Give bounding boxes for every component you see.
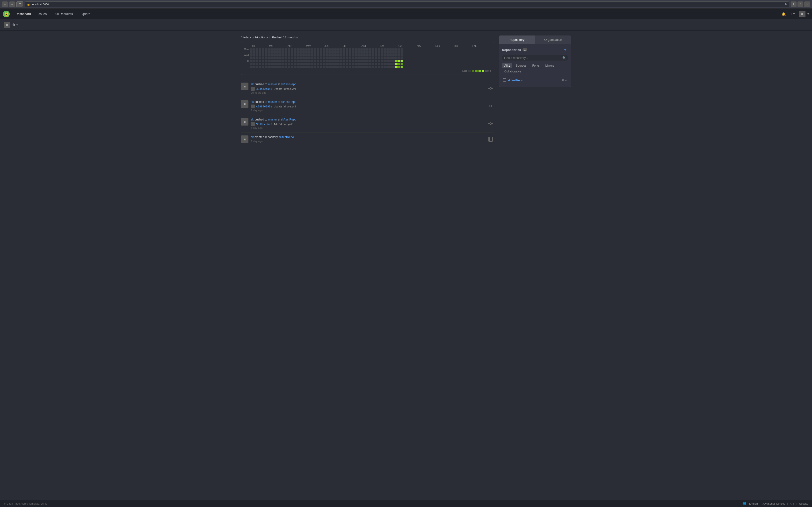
graph-cell[interactable]: [401, 60, 403, 62]
graph-cell[interactable]: [372, 48, 374, 51]
graph-cell[interactable]: [308, 57, 311, 59]
graph-cell[interactable]: [323, 51, 325, 54]
graph-cell[interactable]: [355, 63, 357, 65]
graph-cell[interactable]: [378, 63, 380, 65]
graph-cell[interactable]: [320, 57, 322, 59]
graph-cell[interactable]: [253, 54, 255, 56]
graph-cell[interactable]: [308, 48, 311, 51]
graph-cell[interactable]: [340, 57, 343, 59]
graph-cell[interactable]: [398, 54, 400, 56]
graph-cell[interactable]: [282, 48, 285, 51]
graph-cell[interactable]: [375, 48, 377, 51]
commit-hash-link[interactable]: c69846595e: [256, 105, 272, 108]
graph-cell[interactable]: [311, 54, 313, 56]
graph-cell[interactable]: [378, 66, 380, 68]
graph-cell[interactable]: [282, 57, 285, 59]
notifications-button[interactable]: 🔔: [780, 11, 787, 17]
graph-cell[interactable]: [259, 51, 261, 54]
graph-cell[interactable]: [291, 51, 293, 54]
graph-cell[interactable]: [262, 66, 264, 68]
graph-cell[interactable]: [328, 48, 331, 51]
graph-cell[interactable]: [395, 60, 398, 62]
graph-cell[interactable]: [384, 60, 386, 62]
activity-branch-link[interactable]: master: [268, 118, 277, 121]
footer-website-link[interactable]: Website: [799, 502, 808, 505]
graph-cell[interactable]: [343, 48, 345, 51]
graph-cell[interactable]: [389, 66, 392, 68]
graph-cell[interactable]: [259, 54, 261, 56]
graph-cell[interactable]: [279, 63, 282, 65]
graph-cell[interactable]: [250, 51, 253, 54]
graph-cell[interactable]: [325, 66, 328, 68]
graph-cell[interactable]: [352, 60, 354, 62]
graph-cell[interactable]: [297, 60, 299, 62]
graph-cell[interactable]: [265, 57, 267, 59]
filter-tab-sources[interactable]: Sources: [513, 63, 529, 68]
graph-cell[interactable]: [392, 66, 395, 68]
graph-cell[interactable]: [366, 66, 368, 68]
filter-tab-forks[interactable]: Forks: [530, 63, 542, 68]
graph-cell[interactable]: [259, 48, 261, 51]
graph-cell[interactable]: [259, 66, 261, 68]
graph-cell[interactable]: [337, 63, 340, 65]
graph-cell[interactable]: [323, 60, 325, 62]
graph-cell[interactable]: [311, 63, 313, 65]
graph-cell[interactable]: [265, 60, 267, 62]
graph-cell[interactable]: [276, 51, 278, 54]
graph-cell[interactable]: [288, 51, 290, 54]
graph-cell[interactable]: [308, 63, 311, 65]
graph-cell[interactable]: [279, 66, 282, 68]
graph-cell[interactable]: [389, 57, 392, 59]
graph-cell[interactable]: [349, 57, 351, 59]
graph-cell[interactable]: [250, 57, 253, 59]
graph-cell[interactable]: [363, 51, 366, 54]
graph-cell[interactable]: [395, 66, 398, 68]
graph-cell[interactable]: [387, 60, 389, 62]
graph-cell[interactable]: [380, 54, 383, 56]
repo-name-link[interactable]: sk/testRepo: [508, 79, 523, 82]
graph-cell[interactable]: [366, 51, 368, 54]
graph-cell[interactable]: [375, 54, 377, 56]
graph-cell[interactable]: [380, 63, 383, 65]
graph-cell[interactable]: [355, 54, 357, 56]
graph-cell[interactable]: [387, 57, 389, 59]
graph-cell[interactable]: [384, 48, 386, 51]
graph-cell[interactable]: [259, 63, 261, 65]
sub-chevron-icon[interactable]: ▾: [16, 23, 18, 26]
graph-cell[interactable]: [355, 51, 357, 54]
graph-cell[interactable]: [267, 51, 270, 54]
graph-cell[interactable]: [369, 48, 371, 51]
graph-cell[interactable]: [363, 48, 366, 51]
activity-actor-link[interactable]: sk: [251, 118, 254, 121]
graph-cell[interactable]: [282, 51, 285, 54]
graph-cell[interactable]: [337, 60, 340, 62]
graph-cell[interactable]: [297, 66, 299, 68]
graph-cell[interactable]: [311, 48, 313, 51]
forward-button[interactable]: →: [9, 1, 15, 7]
graph-cell[interactable]: [375, 51, 377, 54]
graph-cell[interactable]: [380, 48, 383, 51]
graph-cell[interactable]: [384, 54, 386, 56]
graph-cell[interactable]: [259, 60, 261, 62]
graph-cell[interactable]: [285, 51, 287, 54]
graph-cell[interactable]: [288, 66, 290, 68]
graph-cell[interactable]: [308, 60, 311, 62]
graph-cell[interactable]: [343, 66, 345, 68]
graph-cell[interactable]: [334, 66, 337, 68]
graph-cell[interactable]: [331, 51, 334, 54]
graph-cell[interactable]: [343, 63, 345, 65]
graph-cell[interactable]: [398, 51, 400, 54]
graph-cell[interactable]: [401, 48, 403, 51]
graph-cell[interactable]: [378, 51, 380, 54]
repo-search-row[interactable]: 🔍: [502, 55, 568, 61]
graph-cell[interactable]: [366, 63, 368, 65]
user-avatar-header[interactable]: ▦: [799, 11, 806, 17]
graph-cell[interactable]: [343, 54, 345, 56]
graph-cell[interactable]: [291, 48, 293, 51]
activity-actor-link[interactable]: sk: [251, 82, 254, 86]
graph-cell[interactable]: [314, 63, 316, 65]
graph-cell[interactable]: [267, 54, 270, 56]
graph-cell[interactable]: [279, 51, 282, 54]
graph-cell[interactable]: [273, 66, 276, 68]
footer-js-licenses-link[interactable]: JavaScript licenses: [762, 502, 785, 505]
